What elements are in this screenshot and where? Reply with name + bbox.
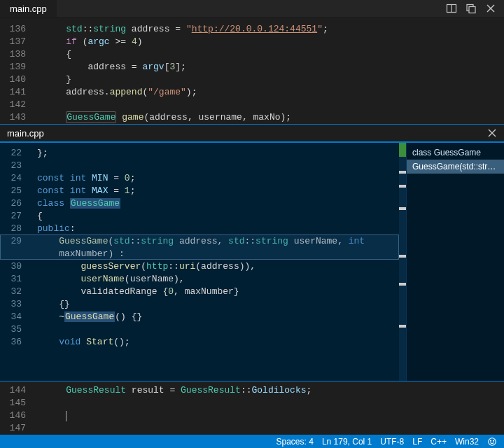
code-line[interactable]: 143 GuessGame game(address, username, ma… [0,111,504,124]
feedback-icon[interactable] [487,437,497,447]
code-line[interactable]: 29 GuessGame(std::string address, std::s… [0,234,406,247]
code-content: GuessGame(std::string address, std::stri… [31,236,406,246]
line-number: 146 [0,410,38,422]
peek-close-icon[interactable] [484,125,500,141]
code-line[interactable]: 147 [0,422,504,435]
peek-body: 22};23 24const int MIN = 0;25const int M… [0,143,504,381]
code-content [38,422,504,435]
code-content: validatedRange {0, maxNumber} [31,286,406,297]
line-number: 23 [0,160,31,171]
code-line[interactable]: maxNumber) : [0,247,406,260]
code-content: userName(userName), [31,274,406,284]
tabbar-left: main.cpp [0,0,57,17]
code-content: std::string address = "http://20.0.0.124… [38,23,504,36]
code-content: { [31,211,406,221]
line-number: 31 [0,274,31,284]
code-content: const int MAX = 1; [31,186,406,196]
line-number: 27 [0,211,31,221]
code-content: class GuessGame [31,198,406,209]
line-number: 30 [0,261,31,272]
editor-upper[interactable]: 136 std::string address = "http://20.0.0… [0,18,504,124]
line-number: 143 [0,111,38,124]
status-language[interactable]: C++ [430,437,447,447]
line-number: 28 [0,223,31,234]
split-editor-icon[interactable] [444,1,459,16]
status-encoding[interactable]: UTF-8 [380,437,404,447]
peek-header: main.cpp [0,125,504,143]
code-line[interactable]: 23 [0,159,406,172]
code-line[interactable]: 35 [0,323,406,335]
code-line[interactable]: 27{ [0,209,406,222]
close-icon[interactable] [483,1,498,16]
code-line[interactable]: 30 guessServer(http::uri(address)), [0,260,406,272]
code-line[interactable]: 33 {} [0,298,406,310]
peek-editor[interactable]: 22};23 24const int MIN = 0;25const int M… [0,143,406,381]
code-line[interactable]: 139 address = argv[3]; [0,61,504,74]
line-number: 138 [0,48,38,61]
code-line[interactable]: 141 address.append("/game"); [0,86,504,99]
code-content [31,160,406,171]
code-line[interactable]: 34 ~GuessGame() {} [0,310,406,323]
code-line[interactable]: 31 userName(userName), [0,272,406,285]
line-number: 36 [0,337,31,347]
file-tab-label: main.cpp [10,4,47,14]
code-content: guessServer(http::uri(address)), [31,261,406,272]
code-line[interactable]: 145 [0,397,504,410]
more-actions-icon[interactable] [463,1,479,16]
code-content: public: [31,223,406,234]
code-line[interactable]: 146 [0,410,504,422]
line-number: 35 [0,324,31,335]
code-content: } [38,74,504,86]
line-number: 22 [0,148,31,158]
code-line[interactable]: 25const int MAX = 1; [0,184,406,197]
code-content: GuessResult result = GuessResult::Goldil… [38,384,504,397]
code-line[interactable]: 142 [0,99,504,111]
tabbar-right [444,0,504,17]
code-line[interactable]: 22}; [0,146,406,159]
svg-rect-3 [469,7,475,13]
line-number: 144 [0,384,38,397]
status-spaces[interactable]: Spaces: 4 [276,437,314,447]
peek-reference-item[interactable]: GuessGame(std::str… [407,160,504,174]
line-number: 139 [0,61,38,74]
peek-references: class GuessGameGuessGame(std::str… [406,143,504,381]
code-line[interactable]: 28public: [0,222,406,234]
line-number: 145 [0,397,38,410]
line-number: 141 [0,86,38,99]
line-number: 29 [0,236,31,246]
code-line[interactable]: 140 } [0,74,504,86]
status-eol[interactable]: LF [412,437,422,447]
code-line[interactable]: 32 validatedRange {0, maxNumber} [0,285,406,298]
code-line[interactable]: 136 std::string address = "http://20.0.0… [0,23,504,36]
code-line[interactable]: 138 { [0,48,504,61]
code-line[interactable]: 36 void Start(); [0,335,406,348]
line-number: 33 [0,299,31,309]
code-content: const int MIN = 0; [31,173,406,183]
line-number: 140 [0,74,38,86]
code-content: GuessGame game(address, username, maxNo)… [38,111,504,124]
line-number: 24 [0,173,31,183]
svg-point-10 [493,440,493,441]
code-line[interactable]: 137 if (argc >= 4) [0,36,504,48]
peek-reference-item[interactable]: class GuessGame [407,146,504,160]
code-line[interactable]: 26class GuessGame [0,197,406,209]
file-tab[interactable]: main.cpp [0,0,57,17]
peek-scrollbar[interactable] [399,143,406,381]
status-position[interactable]: Ln 179, Col 1 [322,437,372,447]
status-config[interactable]: Win32 [455,437,479,447]
statusbar: Spaces: 4 Ln 179, Col 1 UTF-8 LF C++ Win… [0,435,504,448]
line-number: 142 [0,99,38,111]
editor-lower[interactable]: 144 GuessResult result = GuessResult::Go… [0,382,504,435]
code-content [38,410,504,422]
line-number: 147 [0,422,38,435]
line-number: 25 [0,186,31,196]
peek-view: main.cpp 22};23 24const int MIN = 0;25co… [0,124,504,382]
line-number: 32 [0,286,31,297]
code-content [38,397,504,410]
code-content: address = argv[3]; [38,61,504,74]
svg-point-9 [490,440,491,441]
peek-title: main.cpp [7,128,44,139]
code-line[interactable]: 24const int MIN = 0; [0,172,406,184]
line-number: 136 [0,23,38,36]
code-line[interactable]: 144 GuessResult result = GuessResult::Go… [0,384,504,397]
